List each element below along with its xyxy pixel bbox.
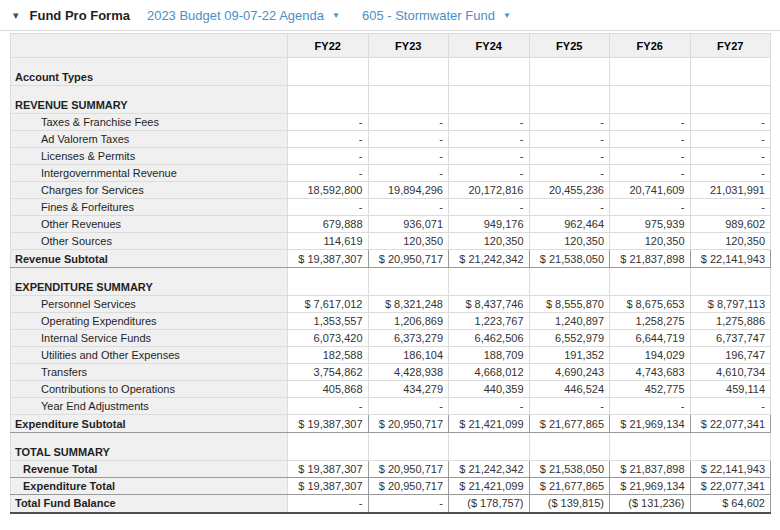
table-row: Internal Service Funds6,073,4206,373,279…	[11, 330, 771, 347]
budget-dropdown[interactable]: 2023 Budget 09-07-22 Agenda ▼	[147, 8, 340, 23]
value-cell: 6,552,979	[529, 330, 610, 347]
value-cell: -	[610, 131, 691, 148]
value-cell: 19,894,296	[368, 182, 449, 199]
value-cell: 440,359	[449, 381, 530, 398]
value-cell: -	[368, 165, 449, 182]
value-cell: $ 19,387,307	[288, 250, 369, 268]
value-cell: 6,373,279	[368, 330, 449, 347]
value-cell: ($ 178,757)	[449, 495, 530, 513]
value-cell: -	[368, 131, 449, 148]
value-cell: -	[529, 131, 610, 148]
value-cell: 4,668,012	[449, 364, 530, 381]
value-cell: -	[690, 114, 771, 131]
value-cell: -	[288, 398, 369, 415]
value-cell: $ 22,141,943	[690, 461, 771, 478]
budget-dropdown-label: 2023 Budget 09-07-22 Agenda	[147, 8, 324, 23]
value-cell: 3,754,862	[288, 364, 369, 381]
row-label: Personnel Services	[11, 296, 288, 313]
value-cell	[529, 433, 610, 461]
fund-dropdown[interactable]: 605 - Stormwater Fund ▼	[362, 8, 511, 23]
row-label: Ad Valorem Taxes	[11, 131, 288, 148]
row-label: EXPENDITURE SUMMARY	[11, 268, 288, 296]
row-label: Other Revenues	[11, 216, 288, 233]
value-cell: 182,588	[288, 347, 369, 364]
value-cell: -	[449, 398, 530, 415]
value-cell: 6,073,420	[288, 330, 369, 347]
value-cell: $ 21,242,342	[449, 250, 530, 268]
value-cell	[449, 86, 530, 114]
collapse-icon[interactable]: ▾	[13, 10, 19, 21]
value-cell: -	[610, 398, 691, 415]
value-cell: 120,350	[449, 233, 530, 250]
table-row: Personnel Services$ 7,617,012$ 8,321,248…	[11, 296, 771, 313]
value-cell: -	[288, 114, 369, 131]
value-cell	[690, 268, 771, 296]
value-cell: -	[690, 398, 771, 415]
value-cell: -	[449, 114, 530, 131]
row-label: Account Types	[11, 58, 288, 86]
value-cell: -	[690, 165, 771, 182]
value-cell: $ 20,950,717	[368, 250, 449, 268]
value-cell: $ 22,077,341	[690, 478, 771, 495]
value-cell	[610, 433, 691, 461]
value-cell	[368, 58, 449, 86]
value-cell: $ 21,837,898	[610, 250, 691, 268]
value-cell: -	[690, 199, 771, 216]
value-cell: $ 20,950,717	[368, 478, 449, 495]
table-row: Charges for Services18,592,80019,894,296…	[11, 182, 771, 199]
value-cell: -	[610, 114, 691, 131]
column-header: FY24	[449, 34, 530, 58]
value-cell: $ 21,538,050	[529, 461, 610, 478]
table-row: Other Sources114,619120,350120,350120,35…	[11, 233, 771, 250]
value-cell: -	[610, 165, 691, 182]
value-cell: 1,353,557	[288, 313, 369, 330]
row-label: Utilities and Other Expenses	[11, 347, 288, 364]
value-cell: -	[529, 165, 610, 182]
value-cell: 120,350	[690, 233, 771, 250]
row-label: Expenditure Total	[11, 478, 288, 495]
value-cell: -	[449, 131, 530, 148]
value-cell: $ 21,421,099	[449, 478, 530, 495]
value-cell: $ 7,617,012	[288, 296, 369, 313]
value-cell: 989,602	[690, 216, 771, 233]
value-cell: 962,464	[529, 216, 610, 233]
value-cell	[449, 268, 530, 296]
value-cell: -	[449, 199, 530, 216]
value-cell: $ 22,141,943	[690, 250, 771, 268]
value-cell: 1,258,275	[610, 313, 691, 330]
value-cell	[449, 58, 530, 86]
value-cell: 20,455,236	[529, 182, 610, 199]
value-cell: 452,775	[610, 381, 691, 398]
value-cell	[610, 86, 691, 114]
value-cell: -	[368, 398, 449, 415]
value-cell: -	[529, 398, 610, 415]
table-row: Revenue Total$ 19,387,307$ 20,950,717$ 2…	[11, 461, 771, 478]
table-row: Operating Expenditures1,353,5571,206,869…	[11, 313, 771, 330]
table-container: FY22FY23FY24FY25FY26FY27 Account TypesRE…	[0, 31, 780, 514]
table-row: Expenditure Total$ 19,387,307$ 20,950,71…	[11, 478, 771, 495]
value-cell: -	[288, 131, 369, 148]
value-cell: 6,644,719	[610, 330, 691, 347]
value-cell: -	[288, 495, 369, 513]
row-label: Contributions to Operations	[11, 381, 288, 398]
table-row: Expenditure Subtotal$ 19,387,307$ 20,950…	[11, 415, 771, 433]
value-cell: 949,176	[449, 216, 530, 233]
value-cell	[529, 268, 610, 296]
column-header: FY25	[529, 34, 610, 58]
value-cell: 936,071	[368, 216, 449, 233]
value-cell: $ 21,837,898	[610, 461, 691, 478]
value-cell: 1,240,897	[529, 313, 610, 330]
table-row: Intergovernmental Revenue------	[11, 165, 771, 182]
value-cell: 188,709	[449, 347, 530, 364]
value-cell: -	[529, 114, 610, 131]
table-row: REVENUE SUMMARY	[11, 86, 771, 114]
value-cell: -	[288, 148, 369, 165]
row-label: Year End Adjustments	[11, 398, 288, 415]
value-cell	[288, 86, 369, 114]
table-row: Revenue Subtotal$ 19,387,307$ 20,950,717…	[11, 250, 771, 268]
fund-dropdown-label: 605 - Stormwater Fund	[362, 8, 495, 23]
value-cell: 1,275,886	[690, 313, 771, 330]
value-cell: $ 19,387,307	[288, 461, 369, 478]
value-cell: -	[288, 165, 369, 182]
value-cell: 114,619	[288, 233, 369, 250]
